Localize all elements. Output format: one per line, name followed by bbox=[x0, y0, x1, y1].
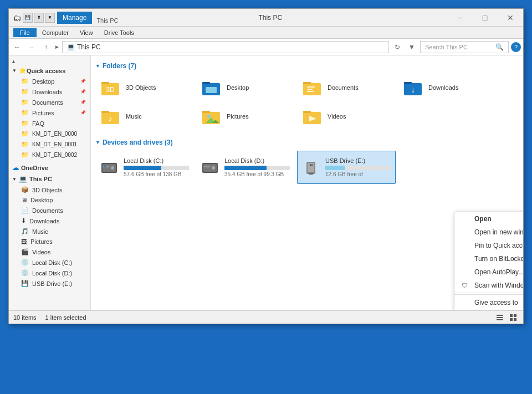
sidebar-item-usbe[interactable]: 💾 USB Drive (E:) bbox=[9, 278, 90, 289]
folder-downloads[interactable]: ↓ Downloads bbox=[398, 74, 497, 101]
sidebar-onedrive-header[interactable]: ☁ OneDrive bbox=[9, 162, 90, 173]
folder-videos[interactable]: Videos bbox=[297, 103, 396, 130]
sidebar-item-desktop[interactable]: 📁 Desktop 📌 bbox=[9, 76, 90, 86]
sidebar-item-locald[interactable]: 💿 Local Disk (D:) bbox=[9, 268, 90, 278]
folders-grid: 3D 3D Objects Desktop bbox=[95, 74, 519, 130]
sidebar-item-3dobjects[interactable]: 📦 3D Objects bbox=[9, 185, 90, 195]
sidebar-item-music[interactable]: 🎵 Music bbox=[9, 226, 90, 237]
svg-rect-18 bbox=[202, 111, 210, 113]
folder-label: Downloads bbox=[428, 84, 458, 91]
svg-rect-36 bbox=[309, 173, 313, 175]
folder-icon: 📦 bbox=[21, 186, 29, 193]
large-icons-view-button[interactable] bbox=[508, 312, 519, 323]
drive-c[interactable]: Local Disk (C:) 57.6 GB free of 138 GB bbox=[95, 151, 194, 184]
folder-icon: 📄 bbox=[21, 207, 29, 214]
ctx-portable[interactable]: Open as Portable Device bbox=[454, 309, 523, 310]
properties-qa-btn[interactable]: ⬆ bbox=[34, 13, 44, 23]
address-dropdown[interactable]: ▼ bbox=[406, 41, 418, 53]
sidebar-label: FAQ bbox=[32, 120, 44, 127]
context-menu: Open Open in new window Pin to Quick acc… bbox=[454, 212, 523, 310]
sidebar-label: Documents bbox=[32, 207, 63, 214]
sidebar-item-pictures[interactable]: 📁 Pictures 📌 bbox=[9, 108, 90, 118]
save-qa-btn[interactable]: 💾 bbox=[23, 13, 33, 23]
drive-c-size: 57.6 GB free of 138 GB bbox=[124, 171, 189, 177]
maximize-button[interactable]: □ bbox=[472, 9, 498, 27]
ctx-defender[interactable]: 🛡 Scan with Windows Defender... bbox=[454, 279, 523, 293]
refresh-button[interactable]: ↻ bbox=[391, 41, 403, 53]
sidebar-item-pictures2[interactable]: 🖼 Pictures bbox=[9, 237, 90, 247]
sidebar-item-localc[interactable]: 💿 Local Disk (C:) bbox=[9, 257, 90, 268]
folder-music[interactable]: ♪ Music bbox=[95, 103, 194, 130]
folder-icon: 📁 bbox=[21, 120, 29, 127]
svg-point-27 bbox=[111, 166, 114, 170]
sidebar-item-km2[interactable]: 📁 KM_DT_EN_0001 bbox=[9, 139, 90, 150]
sidebar-quick-access-header[interactable]: ▼ ⭐ Quick access bbox=[9, 65, 90, 76]
sidebar-label: Local Disk (D:) bbox=[32, 270, 72, 277]
folders-section-header[interactable]: ▼ Folders (7) bbox=[95, 62, 519, 70]
help-button[interactable]: ? bbox=[511, 42, 521, 52]
sidebar-item-km3[interactable]: 📁 KM_DT_EN_0002 bbox=[9, 150, 90, 160]
drives-section-header[interactable]: ▼ Devices and drives (3) bbox=[95, 139, 519, 146]
back-button[interactable]: ← bbox=[11, 41, 23, 53]
up-button[interactable]: ↑ bbox=[40, 41, 52, 53]
tab-manage[interactable]: Manage bbox=[57, 12, 92, 24]
folder-icon: 🎬 bbox=[21, 248, 29, 255]
sidebar-label: Desktop bbox=[32, 78, 54, 85]
drive-e[interactable]: USB Drive (E:) 12.6 GB free of bbox=[297, 151, 396, 184]
folder-icon: 🎵 bbox=[21, 228, 29, 235]
folder-label: Music bbox=[126, 113, 142, 120]
sidebar-item-downloads2[interactable]: ⬇ Downloads bbox=[9, 216, 90, 226]
pin-icon: 📌 bbox=[80, 89, 86, 94]
folder-pictures[interactable]: Pictures bbox=[196, 103, 295, 130]
folder-icon: 📁 bbox=[21, 78, 29, 85]
drive-c-info: Local Disk (C:) 57.6 GB free of 138 GB bbox=[124, 157, 189, 177]
drive-d-bar-container bbox=[224, 166, 290, 170]
address-path[interactable]: 💻 This PC bbox=[62, 41, 389, 53]
ctx-open-new-label: Open in new window bbox=[474, 228, 523, 236]
ctx-bitlocker[interactable]: Turn on BitLocker... bbox=[454, 252, 523, 265]
drive-d[interactable]: Local Disk (D:) 35.4 GB free of 99.3 GB bbox=[196, 151, 295, 184]
forward-button[interactable]: → bbox=[25, 41, 38, 53]
sidebar-item-downloads[interactable]: 📁 Downloads 📌 bbox=[9, 86, 90, 97]
drive-tools-menu[interactable]: Drive Tools bbox=[99, 28, 140, 37]
search-box[interactable]: Search This PC 🔍 bbox=[420, 41, 509, 53]
ctx-give-access[interactable]: Give access to ► bbox=[454, 296, 523, 309]
folder-icon: ⬇ bbox=[21, 217, 26, 224]
ctx-open-new-window[interactable]: Open in new window bbox=[454, 226, 523, 239]
sidebar-label: 3D Objects bbox=[32, 187, 62, 193]
folder-documents[interactable]: Documents bbox=[297, 74, 396, 101]
ctx-autoplay[interactable]: Open AutoPlay... bbox=[454, 265, 523, 279]
details-view-button[interactable] bbox=[494, 312, 505, 323]
folder-videos-icon bbox=[302, 106, 322, 126]
svg-point-19 bbox=[207, 115, 211, 118]
sidebar-collapse-arrow[interactable]: ▲ bbox=[11, 59, 16, 64]
drive-c-name: Local Disk (C:) bbox=[124, 157, 189, 164]
minimize-button[interactable]: − bbox=[447, 9, 472, 27]
sidebar-item-documents[interactable]: 📁 Documents 📌 bbox=[9, 97, 90, 108]
sidebar-item-documents2[interactable]: 📄 Documents bbox=[9, 205, 90, 216]
thispc-icon: 💻 bbox=[19, 175, 27, 183]
ctx-pin-quick-access[interactable]: Pin to Quick access bbox=[454, 239, 523, 252]
qa-dropdown[interactable]: ▼ bbox=[45, 13, 55, 23]
sidebar-item-km1[interactable]: 📁 KM_DT_EN_0000 bbox=[9, 129, 90, 139]
computer-menu[interactable]: Computer bbox=[37, 28, 74, 37]
folders-title: Folders (7) bbox=[103, 62, 136, 70]
folder-desktop[interactable]: Desktop bbox=[196, 74, 295, 101]
folder-music-icon: ♪ bbox=[100, 106, 120, 126]
sidebar-item-faq[interactable]: 📁 FAQ bbox=[9, 118, 90, 129]
onedrive-icon: ☁ bbox=[12, 164, 19, 172]
pin-icon: 📌 bbox=[80, 79, 86, 84]
svg-rect-29 bbox=[104, 165, 106, 167]
sidebar-thispc-header[interactable]: ▼ 💻 This PC bbox=[9, 173, 90, 185]
file-menu[interactable]: File bbox=[13, 28, 37, 37]
folder-3dobjects[interactable]: 3D 3D Objects bbox=[95, 74, 194, 101]
status-bar: 10 items 1 item selected bbox=[9, 310, 523, 324]
drive-d-size: 35.4 GB free of 99.3 GB bbox=[224, 171, 290, 177]
ctx-open[interactable]: Open bbox=[454, 212, 523, 226]
sidebar-item-videos[interactable]: 🎬 Videos bbox=[9, 247, 90, 257]
close-button[interactable]: ✕ bbox=[498, 9, 523, 27]
folder-icon: 📁 bbox=[21, 151, 29, 158]
sidebar-item-desktop2[interactable]: 🖥 Desktop bbox=[9, 195, 90, 205]
view-menu[interactable]: View bbox=[74, 28, 99, 37]
svg-rect-8 bbox=[307, 86, 315, 88]
